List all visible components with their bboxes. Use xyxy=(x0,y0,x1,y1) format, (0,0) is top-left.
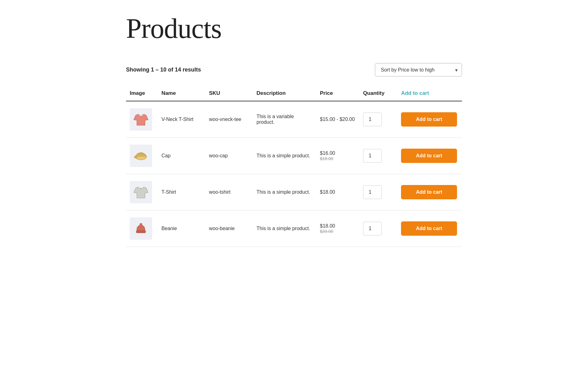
add-to-cart-cell: Add to cart xyxy=(397,138,462,174)
quantity-input[interactable] xyxy=(363,222,382,235)
product-sku: woo-beanie xyxy=(205,211,253,247)
col-header-image: Image xyxy=(126,86,158,101)
product-name: V-Neck T-Shirt xyxy=(158,101,205,138)
product-sku: woo-vneck-tee xyxy=(205,101,253,138)
product-price: $16.00$18.00 xyxy=(316,138,359,174)
col-header-sku: SKU xyxy=(205,86,253,101)
col-header-add-to-cart: Add to cart xyxy=(397,86,462,101)
add-to-cart-button[interactable]: Add to cart xyxy=(401,112,457,127)
product-image xyxy=(130,145,152,167)
product-image-cell xyxy=(126,138,158,174)
price-current: $18.00 xyxy=(320,189,356,195)
table-row: V-Neck T-Shirtwoo-vneck-teeThis is a var… xyxy=(126,101,462,138)
product-price: $18.00 xyxy=(316,174,359,211)
product-price: $15.00 - $20.00 xyxy=(316,101,359,138)
product-quantity-cell xyxy=(359,211,397,247)
product-name: Beanie xyxy=(158,211,205,247)
product-description: This is a simple product. xyxy=(253,138,316,174)
svg-point-4 xyxy=(140,223,142,226)
price-current: $18.00 xyxy=(320,223,356,229)
product-quantity-cell xyxy=(359,138,397,174)
product-sku: woo-tshirt xyxy=(205,174,253,211)
results-count: Showing 1 – 10 of 14 results xyxy=(126,67,201,73)
price-original: $20.00 xyxy=(320,229,356,234)
toolbar: Showing 1 – 10 of 14 results Sort by Pri… xyxy=(126,63,462,76)
product-price: $18.00$20.00 xyxy=(316,211,359,247)
table-row: Beaniewoo-beanieThis is a simple product… xyxy=(126,211,462,247)
page-title: Products xyxy=(126,12,462,44)
col-header-description: Description xyxy=(253,86,316,101)
product-sku: woo-cap xyxy=(205,138,253,174)
product-description: This is a simple product. xyxy=(253,174,316,211)
col-header-price: Price xyxy=(316,86,359,101)
price-current: $15.00 - $20.00 xyxy=(320,117,356,122)
price-original: $18.00 xyxy=(320,156,356,161)
product-table: Image Name SKU Description Price Quantit… xyxy=(126,86,462,247)
table-header-row: Image Name SKU Description Price Quantit… xyxy=(126,86,462,101)
product-image-cell xyxy=(126,174,158,211)
add-to-cart-button[interactable]: Add to cart xyxy=(401,185,457,199)
product-image xyxy=(130,217,152,240)
product-description: This is a variable product. xyxy=(253,101,316,138)
quantity-input[interactable] xyxy=(363,149,382,163)
product-image xyxy=(130,181,152,203)
quantity-input[interactable] xyxy=(363,113,382,126)
svg-rect-3 xyxy=(136,230,146,233)
product-image-cell xyxy=(126,101,158,138)
add-to-cart-button[interactable]: Add to cart xyxy=(401,221,457,236)
product-name: T-Shirt xyxy=(158,174,205,211)
product-description: This is a simple product. xyxy=(253,211,316,247)
product-name: Cap xyxy=(158,138,205,174)
sort-select[interactable]: Sort by Price low to highSort by Price h… xyxy=(375,63,462,76)
sort-wrapper[interactable]: Sort by Price low to highSort by Price h… xyxy=(375,63,462,76)
table-row: Capwoo-capThis is a simple product.$16.0… xyxy=(126,138,462,174)
add-to-cart-button[interactable]: Add to cart xyxy=(401,149,457,163)
product-image-cell xyxy=(126,211,158,247)
product-image xyxy=(130,108,152,131)
price-current: $16.00 xyxy=(320,151,356,156)
col-header-quantity: Quantity xyxy=(359,86,397,101)
add-to-cart-cell: Add to cart xyxy=(397,101,462,138)
product-quantity-cell xyxy=(359,174,397,211)
add-to-cart-cell: Add to cart xyxy=(397,174,462,211)
add-to-cart-cell: Add to cart xyxy=(397,211,462,247)
col-header-name: Name xyxy=(158,86,205,101)
table-row: T-Shirtwoo-tshirtThis is a simple produc… xyxy=(126,174,462,211)
quantity-input[interactable] xyxy=(363,185,382,199)
product-quantity-cell xyxy=(359,101,397,138)
